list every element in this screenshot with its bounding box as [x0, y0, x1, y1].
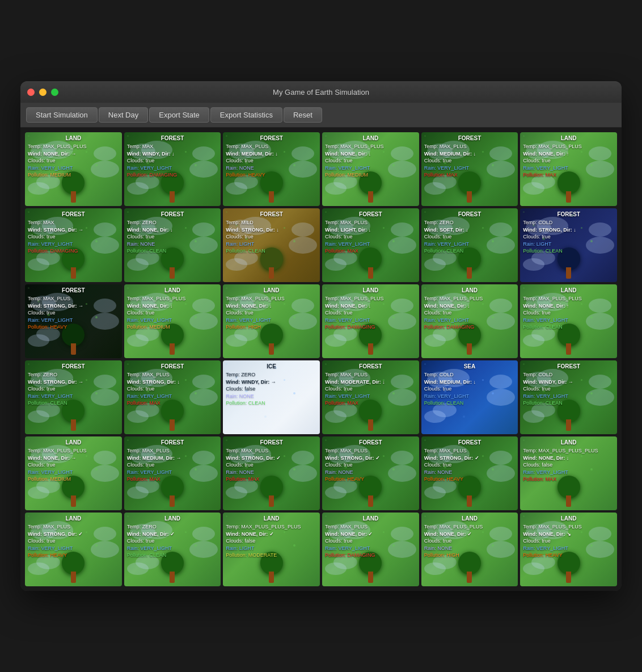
export-statistics-button[interactable]: Export Statistics [210, 107, 282, 123]
grid-cell-16[interactable]: LAND Temp: MAX_PLUS_PLUS Wind: NONE, Dir… [421, 284, 518, 358]
grid-cell-24[interactable]: LAND Temp: MAX_PLUS_PLUS Wind: NONE, Dir… [25, 436, 122, 510]
grid-cell-27[interactable]: FOREST Temp: MAX_PLUS Wind: STRONG, Dir:… [322, 436, 419, 510]
grid-cell-31[interactable]: LAND Temp: ZERO Wind: NONE, Dir: ✓ Cloud… [124, 513, 221, 586]
grid-cell-8[interactable]: FOREST Temp: MILD Wind: STRONG, Dir: ↓ C… [223, 208, 320, 282]
grid-cell-15[interactable]: LAND Temp: MAX_PLUS_PLUS Wind: NONE, Dir… [322, 284, 419, 358]
export-state-button[interactable]: Export State [149, 107, 209, 123]
grid-cell-22[interactable]: SEA Temp: COLD Wind: MEDIUM, Dir: ↓ Clou… [421, 360, 518, 434]
grid-cell-12[interactable]: FOREST Temp: MAX_PLUS Wind: STRONG, Dir:… [25, 284, 122, 358]
grid-cell-19[interactable]: FOREST Temp: MAX_PLUS Wind: STRONG, Dir:… [124, 360, 221, 434]
grid-cell-26[interactable]: FOREST Temp: MAX_PLUS Wind: STRONG, Dir:… [223, 436, 320, 510]
grid-cell-17[interactable]: LAND Temp: MAX_PLUS_PLUS Wind: NONE, Dir… [520, 284, 617, 358]
grid-cell-35[interactable]: LAND Temp: MAX_PLUS_PLUS Wind: NONE, Dir… [520, 513, 617, 586]
grid-cell-25[interactable]: FOREST Temp: MAX_PLUS Wind: MEDIUM, Dir:… [124, 436, 221, 510]
titlebar: My Game of Earth Simulation [20, 81, 622, 103]
grid-cell-30[interactable]: LAND Temp: MAX_PLUS Wind: STRONG, Dir: ✓… [25, 513, 122, 586]
next-day-button[interactable]: Next Day [99, 107, 148, 123]
reset-button[interactable]: Reset [284, 107, 322, 123]
grid-cell-6[interactable]: FOREST Temp: MAX Wind: STRONG, Dir: → Cl… [25, 208, 122, 282]
grid-cell-32[interactable]: LAND Temp: MAX_PLUS_PLUS_PLUS Wind: NONE… [223, 513, 320, 586]
toolbar: Start Simulation Next Day Export State E… [20, 103, 622, 128]
grid-cell-29[interactable]: LAND Temp: MAX_PLUS_PLUS_PLUS Wind: NONE… [520, 436, 617, 510]
grid-cell-5[interactable]: LAND Temp: MAX_PLUS_PLUS Wind: NONE, Dir… [520, 132, 617, 206]
traffic-lights [27, 89, 58, 96]
grid-cell-11[interactable]: FOREST Temp: COLD Wind: STRONG, Dir: ↓ C… [520, 208, 617, 282]
window-title: My Game of Earth Simulation [273, 88, 369, 96]
grid-cell-21[interactable]: FOREST Temp: MAX_PLUS Wind: MODERATE, Di… [322, 360, 419, 434]
grid-cell-20[interactable]: ICE Temp: ZERO Wind: WINDY, Dir: → Cloud… [223, 360, 320, 434]
grid-cell-34[interactable]: LAND Temp: MAX_PLUS_PLUS Wind: NONE, Dir… [421, 513, 518, 586]
grid-cell-33[interactable]: LAND Temp: MAX_PLUS Wind: NONE, Dir: ✓ C… [322, 513, 419, 586]
grid-cell-9[interactable]: FOREST Temp: MAX_PLUS Wind: LIGHT, Dir: … [322, 208, 419, 282]
grid-cell-4[interactable]: FOREST Temp: MAX_PLUS Wind: MEDIUM, Dir:… [421, 132, 518, 206]
grid-cell-0[interactable]: LAND Temp: MAX_PLUS_PLUS Wind: NONE, Dir… [25, 132, 122, 206]
grid-cell-13[interactable]: LAND Temp: MAX_PLUS_PLUS Wind: NONE, Dir… [124, 284, 221, 358]
grid-cell-23[interactable]: FOREST Temp: COLD Wind: WINDY, Dir: → Cl… [520, 360, 617, 434]
grid-cell-14[interactable]: LAND Temp: MAX_PLUS_PLUS Wind: NONE, Dir… [223, 284, 320, 358]
grid-container: LAND Temp: MAX_PLUS_PLUS Wind: NONE, Dir… [20, 128, 622, 591]
grid-cell-18[interactable]: FOREST Temp: ZERO Wind: STRONG, Dir: → C… [25, 360, 122, 434]
start-simulation-button[interactable]: Start Simulation [26, 107, 98, 123]
grid-cell-1[interactable]: FOREST Temp: MAX Wind: WINDY, Dir: ↓ Clo… [124, 132, 221, 206]
maximize-button[interactable] [51, 89, 58, 96]
grid-cell-3[interactable]: LAND Temp: MAX_PLUS_PLUS Wind: NONE, Dir… [322, 132, 419, 206]
minimize-button[interactable] [39, 89, 47, 96]
grid-cell-10[interactable]: FOREST Temp: ZERO Wind: SOFT, Dir: ↓ Clo… [421, 208, 518, 282]
simulation-grid: LAND Temp: MAX_PLUS_PLUS Wind: NONE, Dir… [25, 132, 617, 586]
grid-cell-28[interactable]: FOREST Temp: MAX_PLUS Wind: STRONG, Dir:… [421, 436, 518, 510]
grid-cell-2[interactable]: FOREST Temp: MAX_PLUS Wind: MEDIUM, Dir:… [223, 132, 320, 206]
grid-cell-7[interactable]: FOREST Temp: ZERO Wind: NONE, Dir: ↓ Clo… [124, 208, 221, 282]
close-button[interactable] [27, 89, 35, 96]
app-window: My Game of Earth Simulation Start Simula… [20, 81, 622, 591]
